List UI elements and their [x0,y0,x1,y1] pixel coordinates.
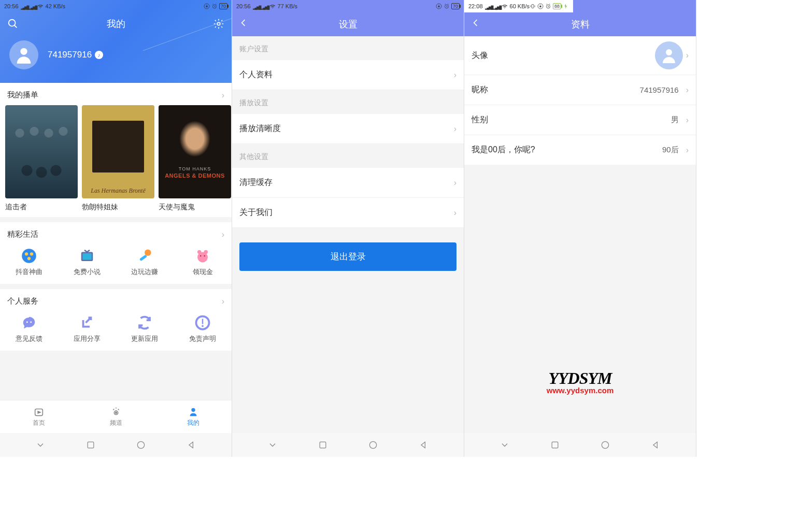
sysnav-recent[interactable] [317,439,329,451]
sysnav-back[interactable] [650,439,661,451]
bear-icon [194,248,211,264]
svg-point-39 [666,49,672,55]
service-header[interactable]: 个人服务 › [0,289,232,311]
page-title: 我的 [107,18,125,30]
nav-mine[interactable]: 我的 [154,400,232,433]
playlist-item[interactable]: TOM HANKS ANGELS & DEMONS 天使与魔鬼 [159,105,231,212]
signal-icon [21,4,27,9]
status-net: 42 KB/s [46,3,66,9]
row-avatar[interactable]: 头像 › [464,36,696,75]
row-generation[interactable]: 我是00后，你呢? 90后 › [464,135,696,165]
service-item-update[interactable]: 更新应用 [116,314,174,343]
sysnav-recent[interactable] [85,439,96,451]
nav-label: 我的 [187,419,199,427]
search-icon[interactable] [7,18,19,30]
status-bar: 22:08 60 KB/s 88 [464,0,573,12]
system-nav [232,433,464,457]
poster-title: 勃朗特姐妹 [82,203,154,212]
signal-icon [261,4,267,9]
item-label: 关于我们 [239,207,273,218]
svg-point-16 [197,252,208,263]
playlist-item[interactable]: 追击者 [5,105,78,212]
battery-indicator: 88 [553,3,561,9]
svg-point-29 [137,441,144,448]
poster-subtitle: ANGELS & DEMONS [165,172,225,179]
poster-image [5,105,78,198]
gear-icon[interactable] [213,18,224,30]
playlist-section: 我的播单 › 追击者 Las Hermanas Brontë 勃朗特姐妹 TOM… [0,83,232,217]
sysnav-menu[interactable] [35,439,46,451]
battery-indicator: 70 [451,3,460,9]
group-account: 账户设置 [232,36,464,60]
signal-icon [253,4,259,9]
life-header[interactable]: 精彩生活 › [0,222,232,245]
playlist-item[interactable]: Las Hermanas Brontë 勃朗特姐妹 [82,105,154,212]
share-icon [79,314,95,331]
chat-icon [21,314,37,331]
life-item-cash[interactable]: 领现金 [174,248,232,277]
back-button[interactable] [238,18,249,28]
nav-channel[interactable]: 频道 [77,400,154,433]
poster-image: Las Hermanas Brontë [82,105,154,198]
lock-icon [204,3,210,9]
section-title: 个人服务 [7,296,38,306]
tv-icon [79,248,95,264]
item-about[interactable]: 关于我们 › [232,198,464,228]
svg-rect-31 [438,6,439,8]
sysnav-home[interactable] [600,439,611,451]
item-quality[interactable]: 播放清晰度 › [232,114,464,144]
battery-indicator: 70 [219,3,227,9]
cell-label: 抖音神曲 [16,267,42,277]
cell-label: 领现金 [193,267,213,277]
avatar[interactable] [9,40,38,69]
service-item-share[interactable]: 应用分享 [58,314,116,343]
playlist-header[interactable]: 我的播单 › [0,83,232,105]
item-profile[interactable]: 个人资料 › [232,60,464,90]
nav-label: 首页 [33,419,45,427]
poster-title: 天使与魔鬼 [159,203,231,212]
sysnav-home[interactable] [367,439,379,451]
chevron-right-icon: › [222,91,224,100]
watermark-brand: YYDSYM [547,369,614,388]
sysnav-home[interactable] [135,439,147,451]
wifi-icon [269,3,276,9]
section-title: 我的播单 [7,90,38,100]
vibrate-icon [530,3,536,9]
logout-button[interactable]: 退出登录 [239,242,456,271]
svg-rect-33 [320,442,326,448]
back-button[interactable] [470,18,481,28]
life-item-music[interactable]: 抖音神曲 [0,248,58,277]
sysnav-recent[interactable] [549,439,561,451]
sysnav-menu[interactable] [267,439,278,451]
item-clear-cache[interactable]: 清理缓存 › [232,168,464,198]
svg-point-17 [200,255,202,257]
svg-rect-22 [202,319,204,324]
bottom-nav: 首页 频道 我的 [0,400,232,433]
row-value: 90后 [662,145,679,155]
user-id: 741957916 [48,50,92,60]
sysnav-back[interactable] [418,439,429,451]
life-section: 精彩生活 › 抖音神曲 免费小说 边玩边赚 领现金 [0,222,232,284]
life-item-earn[interactable]: 边玩边赚 [116,248,174,277]
user-row[interactable]: 741957916 ♪ [0,35,232,75]
nav-home[interactable]: 首页 [0,400,77,433]
svg-point-26 [115,412,117,413]
row-gender[interactable]: 性别 男 › [464,105,696,135]
service-item-feedback[interactable]: 意见反馈 [0,314,58,343]
verified-icon: ♪ [95,51,103,59]
row-nickname[interactable]: 昵称 741957916 › [464,75,696,105]
svg-rect-11 [82,253,92,260]
service-item-disclaimer[interactable]: 免责声明 [174,314,232,343]
svg-rect-13 [139,254,147,261]
cell-label: 边玩边赚 [131,267,158,277]
watermark: YYDSYM www.yydsym.com [547,369,614,395]
group-play: 播放设置 [232,90,464,114]
chevron-right-icon: › [454,124,456,134]
sysnav-back[interactable] [186,439,197,451]
alert-icon [194,314,211,331]
life-item-novel[interactable]: 免费小说 [58,248,116,277]
alarm-icon [545,3,551,9]
poster-subtitle: Las Hermanas Brontë [91,187,146,194]
sysnav-menu[interactable] [499,439,510,451]
status-net: 60 KB/s [510,3,530,9]
